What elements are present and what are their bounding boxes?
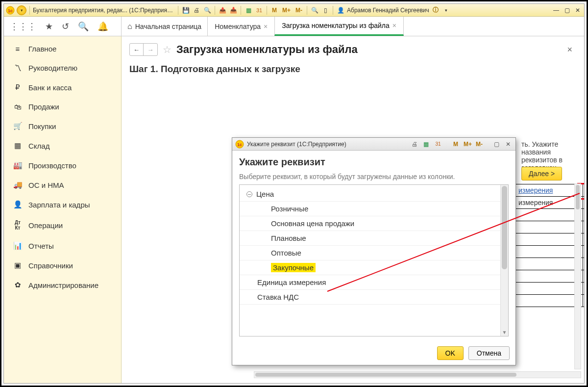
m-button[interactable]: M bbox=[451, 140, 460, 149]
m-button[interactable]: M bbox=[270, 6, 279, 15]
user-name[interactable]: Абрамов Геннадий Сергеевич bbox=[347, 7, 429, 14]
home-icon: ⌂ bbox=[127, 22, 132, 31]
info-icon[interactable]: ⓘ bbox=[431, 6, 440, 15]
chart-icon: 〽 bbox=[13, 64, 23, 72]
zoom-icon[interactable]: 🔍 bbox=[310, 6, 319, 15]
print-icon[interactable]: 🖨 bbox=[192, 6, 201, 15]
sidebar-item-hr[interactable]: 👤Зарплата и кадры bbox=[4, 195, 121, 214]
sidebar-item-catalogs[interactable]: ▣Справочники bbox=[4, 256, 121, 275]
favorite-star-icon[interactable]: ☆ bbox=[163, 44, 172, 55]
svg-text:1c: 1c bbox=[8, 8, 13, 13]
m-minus-button[interactable]: M- bbox=[475, 140, 483, 149]
panel-icon[interactable]: ▯ bbox=[321, 6, 330, 15]
sidebar-item-sales[interactable]: 🛍Продажи bbox=[4, 97, 121, 116]
operations-icon: ДтКт bbox=[13, 220, 23, 231]
cell-price[interactable]: 210 bbox=[583, 283, 585, 295]
maximize-button[interactable]: ▢ bbox=[563, 6, 571, 15]
sidebar-item-production[interactable]: 🏭Производство bbox=[4, 155, 121, 175]
doc-in-icon[interactable]: 📥 bbox=[229, 6, 238, 15]
dialog-heading: Укажите реквизит bbox=[239, 156, 509, 168]
menu-icon: ≡ bbox=[13, 45, 23, 53]
close-button[interactable]: ✕ bbox=[573, 6, 582, 15]
cell-price[interactable]: 55 bbox=[583, 270, 585, 283]
page-close-icon[interactable]: × bbox=[567, 45, 576, 55]
print-icon[interactable]: 🖨 bbox=[410, 140, 419, 149]
doc-out-icon[interactable]: 📤 bbox=[218, 6, 227, 15]
m-plus-button[interactable]: M+ bbox=[281, 6, 292, 15]
cell-unit[interactable] bbox=[514, 246, 583, 258]
cell-price[interactable]: 180 bbox=[583, 246, 585, 258]
notifications-icon[interactable]: 🔔 bbox=[98, 21, 108, 32]
sidebar-item-admin[interactable]: ✿Администрирование bbox=[4, 275, 121, 295]
horizontal-scrollbar[interactable] bbox=[254, 371, 581, 378]
cell-unit[interactable] bbox=[514, 283, 583, 295]
minimize-button[interactable]: — bbox=[552, 6, 561, 15]
maximize-icon[interactable]: ▢ bbox=[492, 140, 501, 149]
cancel-button[interactable]: Отмена bbox=[468, 346, 510, 360]
tab-home[interactable]: ⌂ Начальная страница bbox=[121, 17, 208, 36]
cell-unit[interactable]: измерения bbox=[514, 197, 583, 209]
preview-icon[interactable]: 🔍 bbox=[203, 6, 212, 15]
sidebar-item-warehouse[interactable]: ▦Склад bbox=[4, 136, 121, 155]
sidebar-item-operations[interactable]: ДтКтОперации bbox=[4, 214, 121, 236]
cell-price[interactable]: 195 bbox=[583, 295, 585, 307]
sidebar-item-main[interactable]: ≡Главное bbox=[4, 39, 121, 58]
cell-unit[interactable] bbox=[514, 233, 583, 246]
tree-scrollbar[interactable]: ▲ ▼ bbox=[500, 185, 508, 336]
close-icon[interactable]: ✕ bbox=[504, 140, 513, 149]
tree-node-selected[interactable]: Закупочные bbox=[240, 260, 508, 275]
favorite-icon[interactable]: ★ bbox=[45, 21, 53, 32]
tree-node[interactable]: Основная цена продажи bbox=[240, 216, 508, 231]
history-icon[interactable]: ↺ bbox=[62, 21, 69, 32]
tab-nomenclature[interactable]: Номенклатура × bbox=[207, 17, 275, 36]
person-icon: 👤 bbox=[13, 200, 23, 209]
back-icon[interactable]: ← bbox=[130, 44, 144, 55]
cell-price[interactable]: 180 bbox=[583, 233, 585, 246]
cell-unit[interactable] bbox=[514, 258, 583, 270]
m-minus-button[interactable]: M- bbox=[294, 6, 304, 15]
forward-icon[interactable]: → bbox=[144, 44, 157, 55]
tab-import[interactable]: Загрузка номенклатуры из файла × bbox=[274, 17, 404, 36]
tree-node[interactable]: Оптовые bbox=[240, 246, 508, 260]
nav-back-forward[interactable]: ← → bbox=[129, 43, 158, 56]
vertical-scrollbar[interactable] bbox=[574, 183, 581, 369]
calculator-icon[interactable]: ▦ bbox=[422, 140, 431, 149]
tree-node[interactable]: Ставка НДС bbox=[240, 290, 508, 305]
tree-node-price[interactable]: – Цена bbox=[240, 187, 508, 202]
sidebar-item-purchases[interactable]: 🛒Покупки bbox=[4, 116, 121, 136]
sidebar-item-bank[interactable]: ₽Банк и касса bbox=[4, 77, 121, 97]
close-icon[interactable]: × bbox=[264, 23, 268, 30]
tree-node[interactable]: Розничные bbox=[240, 202, 508, 216]
calendar-icon[interactable]: 31 bbox=[434, 140, 442, 149]
m-plus-button[interactable]: M+ bbox=[463, 140, 472, 149]
apps-icon[interactable]: ⋮⋮⋮ bbox=[10, 21, 36, 32]
cart-icon: 🛒 bbox=[13, 122, 23, 130]
save-icon[interactable]: 💾 bbox=[181, 6, 190, 15]
close-icon[interactable]: × bbox=[392, 22, 396, 29]
next-button[interactable]: Далее > bbox=[521, 167, 562, 181]
cell-price[interactable]: 150 bbox=[583, 221, 585, 233]
calendar-icon[interactable]: 31 bbox=[255, 6, 264, 15]
window-title: Бухгалтерия предприятия, редак... (1С:Пр… bbox=[33, 7, 175, 14]
col-header-unit[interactable]: измерения bbox=[518, 186, 553, 194]
cell-unit[interactable] bbox=[514, 295, 583, 307]
ok-button[interactable]: OK bbox=[437, 346, 464, 360]
search-icon[interactable]: 🔍 bbox=[78, 21, 89, 32]
sidebar-item-manager[interactable]: 〽Руководителю bbox=[4, 58, 121, 77]
cell-price[interactable]: 90 bbox=[583, 258, 585, 270]
collapse-icon[interactable]: – bbox=[246, 191, 252, 197]
dialog-titlebar[interactable]: 1c Укажите реквизит (1С:Предприятие) 🖨 ▦… bbox=[232, 138, 515, 151]
cell-price[interactable]: 100 bbox=[583, 209, 585, 221]
cell-unit[interactable] bbox=[514, 270, 583, 283]
attribute-tree[interactable]: – Цена Розничные Основная цена продажи П… bbox=[239, 184, 509, 336]
cell-price[interactable]: Закупочные bbox=[583, 197, 585, 209]
sidebar-item-reports[interactable]: 📊Отчеты bbox=[4, 236, 121, 256]
cell-unit[interactable] bbox=[514, 221, 583, 233]
cell-unit[interactable] bbox=[514, 209, 583, 221]
tree-node[interactable]: Единица измерения bbox=[240, 275, 508, 290]
main-menu-dropdown[interactable]: ▾ bbox=[17, 5, 26, 15]
calculator-icon[interactable]: ▦ bbox=[244, 6, 253, 15]
scroll-down-icon[interactable]: ▼ bbox=[501, 328, 508, 336]
sidebar-item-assets[interactable]: 🚚ОС и НМА bbox=[4, 175, 121, 195]
tree-node[interactable]: Плановые bbox=[240, 231, 508, 246]
